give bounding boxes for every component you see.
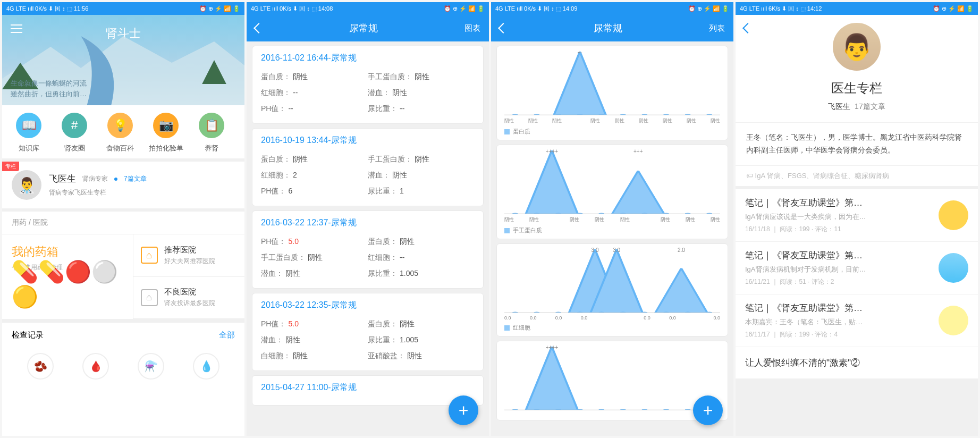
param-row: 尿比重：1.005 [368, 266, 475, 282]
param-row: PH值：6 [261, 183, 368, 199]
record-card[interactable]: 2016-11-02 16:44-尿常规蛋白质：阴性手工蛋白质：阴性红细胞：--… [252, 46, 484, 124]
doctor-tags: 🏷 IgA 肾病、FSGS、肾病综合征、糖尿病肾病 [736, 165, 978, 186]
chart-legend: 红细胞 [504, 324, 720, 332]
svg-point-17 [598, 213, 604, 214]
svg-point-8 [642, 114, 648, 115]
doctor-bio: 王冬（笔名：飞医生），男，医学博士。黑龙江省中医药科学院肾内科副主任医师，中华医… [736, 122, 978, 165]
hospital-item-0[interactable]: ⌂推荐医院好大夫网推荐医院 [133, 234, 245, 277]
hospital-item-1[interactable]: ⌂不良医院肾友投诉最多医院 [133, 277, 245, 319]
record-card[interactable]: 2015-04-27 11:00-尿常规 [252, 375, 484, 406]
param-row: PH值：-- [261, 101, 368, 117]
nav-bar: 尿常规 图表 [247, 15, 489, 41]
category-0[interactable]: 📖知识库 [6, 113, 51, 153]
param-row: 手工蛋白质：阴性 [368, 151, 475, 167]
check-icon-1[interactable]: 🩸 [82, 353, 109, 380]
status-bar: 4G LTEııll0K/s⬇ 囯 ↕ ⬚11:56 ⏰ ⊕ ⚡ 📶 🔋 [2, 2, 244, 15]
svg-point-9 [663, 114, 669, 115]
screen-doctor-column: 4G LTEııll6K/s⬇ 囯 ↕ ⬚14:12 ⏰ ⊕ ⚡ 📶 🔋 👨 医… [736, 2, 978, 436]
check-icon-3[interactable]: 💧 [193, 353, 219, 380]
pills-image: 💊💊🔴⚪🟡 [12, 277, 123, 309]
svg-point-41 [642, 409, 648, 410]
chart-1: +++++++阴性阴性阴性阴性阴性阴性阴性阴性手工蛋白质 [496, 145, 728, 239]
column-title: 医生专栏 [736, 80, 978, 97]
category-2[interactable]: 💡食物百科 [98, 113, 142, 153]
doctor-card[interactable]: 专栏 👨‍⚕️ 飞医生肾病专家7篇文章 肾病专家飞医生专栏 [2, 162, 244, 208]
check-icon-0[interactable]: 🫘 [27, 353, 54, 380]
check-records-row[interactable]: 检查记录 全部 [2, 322, 244, 348]
param-row: 蛋白质：阴性 [368, 234, 475, 250]
house-icon: ⌂ [141, 289, 158, 306]
svg-point-39 [598, 409, 604, 410]
category-icon: # [62, 113, 87, 138]
record-card[interactable]: 2016-03-22 12:35-尿常规PH值：5.0蛋白质：阴性潜血：阴性尿比… [252, 293, 484, 371]
column-badge: 专栏 [2, 162, 19, 171]
article-item[interactable]: 让人爱恨纠缠不清的"激素"② [736, 347, 978, 378]
category-icon: 📷 [153, 113, 179, 138]
section-label: 用药 / 医院 [2, 212, 244, 234]
app-title: 肾斗士 [11, 26, 236, 41]
svg-point-10 [685, 114, 691, 115]
svg-point-24 [512, 311, 518, 313]
article-item[interactable]: 笔记｜《肾友互助课堂》第…IgA肾病应该说是一大类疾病，因为在…16/11/18… [736, 189, 978, 242]
article-item[interactable]: 笔记｜《肾友互助课堂》第…本期嘉宾：王冬（笔名：飞医生，贴…16/11/17 ｜… [736, 294, 978, 347]
svg-point-3 [534, 114, 540, 115]
svg-point-35 [512, 409, 518, 410]
x-axis-labels: 0.00.00.00.00.00.00.0 [504, 313, 720, 324]
record-header: 2016-11-02 16:44-尿常规 [261, 53, 475, 64]
medicine-section: 我的药箱 个人常用药物管理 💊💊🔴⚪🟡 ⌂推荐医院好大夫网推荐医院⌂不良医院肾友… [2, 234, 244, 319]
svg-point-40 [620, 409, 626, 410]
back-icon[interactable] [742, 23, 753, 33]
my-medicine-box[interactable]: 我的药箱 个人常用药物管理 💊💊🔴⚪🟡 [2, 234, 133, 319]
chart-0: +-阴性阴性阴性阴性阴性阴性阴性阴性阴性蛋白质 [496, 46, 728, 140]
param-row: 蛋白质：阴性 [368, 316, 475, 332]
svg-point-22 [706, 213, 712, 214]
article-thumb [939, 253, 968, 283]
category-row: 📖知识库#肾友圈💡食物百科📷拍拍化验单📋养肾 [2, 105, 244, 158]
record-card[interactable]: 2016-10-19 13:44-尿常规蛋白质：阴性手工蛋白质：阴性红细胞：2潜… [252, 128, 484, 206]
svg-point-2 [512, 114, 518, 115]
param-row: 手工蛋白质：阴性 [261, 250, 368, 266]
status-bar: 4G LTEııll6K/s⬇ 囯 ↕ ⬚14:12 ⏰ ⊕ ⚡ 📶 🔋 [736, 2, 978, 15]
chart-toggle[interactable]: 图表 [464, 23, 480, 33]
param-row: 潜血：阴性 [261, 266, 368, 282]
add-button[interactable]: + [693, 395, 723, 425]
param-row: 蛋白质：阴性 [261, 69, 368, 85]
chart-2: 3.03.02.00.00.00.00.00.00.00.0红细胞 [496, 243, 728, 336]
nav-title: 尿常规 [507, 22, 709, 35]
x-axis-labels: 阴性阴性阴性阴性阴性阴性阴性阴性 [504, 214, 720, 226]
doctor-name: 飞医生 [49, 173, 76, 185]
param-row: 尿比重：1.005 [368, 332, 475, 348]
category-4[interactable]: 📋养肾 [189, 113, 234, 153]
add-button[interactable]: + [449, 395, 478, 425]
check-icon-2[interactable]: ⚗️ [138, 353, 164, 380]
article-item[interactable]: 笔记｜《肾友互助课堂》第…IgA肾病发病机制对于发病机制，目前…16/11/21… [736, 242, 978, 294]
svg-marker-1 [202, 60, 226, 84]
status-bar: 4G LTEııll0K/s⬇ 囯 ↕ ⬚14:09 ⏰ ⊕ ⚡ 📶 🔋 [491, 2, 733, 15]
screen-home: 4G LTEııll0K/s⬇ 囯 ↕ ⬚11:56 ⏰ ⊕ ⚡ 📶 🔋 肾斗士… [2, 2, 244, 436]
param-row: 尿比重：1 [368, 183, 475, 199]
svg-point-26 [555, 311, 561, 313]
param-row: 白细胞：阴性 [261, 348, 368, 364]
menu-icon[interactable] [11, 24, 22, 33]
svg-point-13 [512, 213, 518, 214]
param-row: 红细胞：-- [368, 250, 475, 266]
record-card[interactable]: 2016-03-22 12:37-尿常规PH值：5.0蛋白质：阴性手工蛋白质：阴… [252, 210, 484, 289]
svg-point-7 [620, 114, 626, 115]
category-3[interactable]: 📷拍拍化验单 [143, 113, 188, 153]
param-row: 尿比重：-- [368, 101, 475, 117]
param-row: 亚硝酸盐：阴性 [368, 348, 475, 364]
nav-bar: 尿常规 列表 [491, 15, 733, 41]
param-row: 潜血：阴性 [368, 167, 475, 183]
screen-urine-list: 4G LTEııll0K/s⬇ 囯 ↕ ⬚14:08 ⏰ ⊕ ⚡ 📶 🔋 尿常规… [247, 2, 489, 436]
list-toggle[interactable]: 列表 [709, 23, 725, 33]
category-icon: 📋 [199, 113, 224, 138]
param-row: 红细胞：-- [261, 85, 368, 101]
category-icon: 📖 [16, 113, 41, 138]
record-header: 2016-03-22 12:35-尿常规 [261, 300, 475, 311]
hero-quote: 生命就像一條蜿蜒的河流 雖然曲折，但勇往向前… [11, 78, 87, 99]
all-link[interactable]: 全部 [219, 330, 235, 340]
x-axis-labels [504, 410, 720, 416]
article-thumb [939, 200, 968, 230]
category-1[interactable]: #肾友圈 [52, 113, 97, 153]
article-thumb [939, 306, 968, 335]
